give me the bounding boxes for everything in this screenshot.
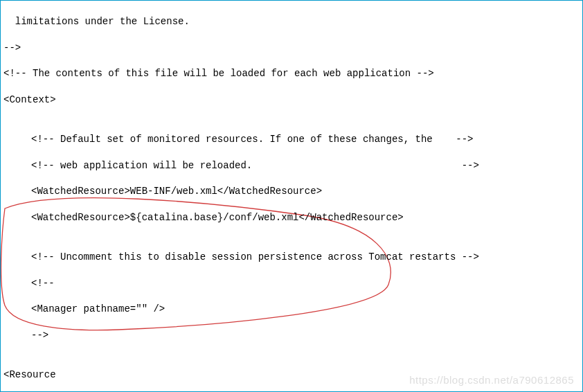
watermark-text: https://blog.csdn.net/a790612865 xyxy=(409,373,574,387)
code-line: <!-- web application will be reloaded. -… xyxy=(3,159,580,172)
code-line: <!-- Default set of monitored resources.… xyxy=(3,133,580,146)
code-line: limitations under the License. xyxy=(3,15,580,28)
code-line: <WatchedResource>${catalina.base}/conf/w… xyxy=(3,211,580,224)
xml-code-block: limitations under the License. --> <!-- … xyxy=(1,1,582,392)
code-line: <WatchedResource>WEB-INF/web.xml</Watche… xyxy=(3,185,580,198)
code-line: <!-- Uncomment this to disable session p… xyxy=(3,251,580,264)
code-line: <Manager pathname="" /> xyxy=(3,303,580,316)
code-line: --> xyxy=(3,42,580,55)
code-line: <Context> xyxy=(3,93,580,107)
code-line: --> xyxy=(3,329,580,342)
code-line: <!-- xyxy=(3,277,580,290)
code-line: <!-- The contents of this file will be l… xyxy=(3,67,580,80)
